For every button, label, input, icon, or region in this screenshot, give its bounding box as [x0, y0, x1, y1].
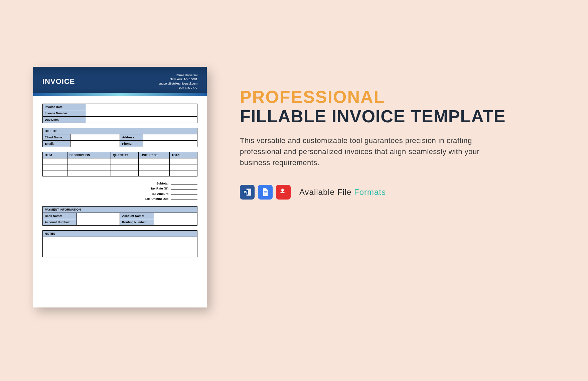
format-icons: W — [240, 185, 291, 200]
company-city: New York, NY 10001 — [159, 77, 197, 82]
field-tax-rate[interactable] — [171, 189, 197, 189]
table-row[interactable] — [43, 158, 197, 164]
formats-label-b: Formats — [354, 187, 386, 197]
payment-table: PAYMENT INFORMATION Bank Name: Account N… — [42, 206, 197, 226]
label-invoice-date: Invoice Date: — [43, 104, 86, 110]
formats-label-a: Available File — [299, 187, 354, 197]
invoice-document: INVOICE Strike Universal New York, NY 10… — [33, 67, 207, 307]
notes-table: NOTES — [42, 230, 197, 237]
field-phone[interactable] — [143, 141, 197, 147]
promo-description: This versatile and customizable tool gua… — [240, 135, 487, 168]
col-item: ITEM — [43, 152, 67, 158]
label-due-date: Due Date: — [43, 117, 86, 123]
doc-header: INVOICE Strike Universal New York, NY 10… — [33, 67, 207, 96]
col-quantity: QUANTITY — [111, 152, 138, 158]
svg-rect-5 — [264, 194, 266, 195]
label-tax-rate: Tax Rate (%): — [151, 187, 169, 190]
label-invoice-number: Invoice Number: — [43, 110, 86, 117]
field-bank-name[interactable] — [77, 213, 120, 219]
svg-rect-4 — [264, 193, 267, 193]
field-email[interactable] — [70, 141, 120, 147]
field-tax-amount[interactable] — [171, 195, 197, 195]
table-row[interactable] — [43, 164, 197, 170]
field-address[interactable] — [143, 134, 197, 141]
title-accent: PROFESSIONAL — [240, 87, 568, 107]
page-container: INVOICE Strike Universal New York, NY 10… — [0, 0, 588, 381]
company-email: support@strikeuniversal.com — [159, 82, 197, 86]
right-panel: PROFESSIONAL FILLABLE INVOICE TEMPLATE T… — [240, 0, 588, 381]
label-address: Address: — [120, 134, 143, 141]
label-phone: Phone: — [120, 141, 143, 147]
col-unit-price: UNIT PRICE — [139, 152, 170, 158]
word-icon: W — [240, 185, 255, 200]
label-tax-amount-due: Tax Amount Due: — [145, 197, 170, 201]
svg-text:W: W — [244, 190, 247, 194]
label-account-name: Account Name: — [120, 213, 154, 219]
doc-body: Invoice Date: Invoice Number: Due Date: … — [33, 96, 207, 263]
field-client-name[interactable] — [70, 134, 120, 141]
label-email: Email: — [43, 141, 70, 147]
pdf-icon — [276, 185, 291, 200]
label-tax-amount: Tax Amount: — [151, 192, 169, 196]
meta-table: Invoice Date: Invoice Number: Due Date: — [42, 104, 197, 123]
field-invoice-date[interactable] — [86, 104, 197, 110]
label-routing-number: Routing Number: — [120, 219, 154, 226]
field-account-number[interactable] — [77, 219, 120, 226]
label-subtotal: Subtotal: — [156, 182, 169, 185]
google-docs-icon — [258, 185, 273, 200]
company-block: Strike Universal New York, NY 10001 supp… — [159, 73, 197, 90]
left-panel: INVOICE Strike Universal New York, NY 10… — [0, 0, 240, 381]
field-invoice-number[interactable] — [86, 110, 197, 117]
label-bank-name: Bank Name: — [43, 213, 77, 219]
billto-table: BILL TO: Client Name: Address: Email: Ph… — [42, 128, 197, 147]
items-table: ITEM DESCRIPTION QUANTITY UNIT PRICE TOT… — [42, 152, 197, 176]
company-phone: 222 555 7777 — [159, 86, 197, 90]
formats-row: W Available File Formats — [240, 185, 568, 200]
notes-field[interactable] — [42, 237, 197, 257]
label-client-name: Client Name: — [43, 134, 70, 141]
invoice-title: INVOICE — [42, 77, 75, 86]
field-subtotal[interactable] — [171, 184, 197, 184]
notes-heading: NOTES — [43, 231, 197, 237]
table-row[interactable] — [43, 170, 197, 176]
formats-label: Available File Formats — [299, 187, 386, 197]
field-tax-amount-due[interactable] — [171, 200, 197, 200]
title-main: FILLABLE INVOICE TEMPLATE — [240, 107, 568, 126]
label-account-number: Account Number: — [43, 219, 77, 226]
totals-block: Subtotal: Tax Rate (%): Tax Amount: Tax … — [42, 181, 197, 202]
field-account-name[interactable] — [154, 213, 197, 219]
field-routing-number[interactable] — [154, 219, 197, 226]
svg-rect-3 — [264, 192, 267, 192]
company-name: Strike Universal — [159, 73, 197, 78]
billto-heading: BILL TO: — [43, 128, 197, 134]
col-description: DESCRIPTION — [67, 152, 111, 158]
field-due-date[interactable] — [86, 117, 197, 123]
col-total: TOTAL — [169, 152, 197, 158]
payment-heading: PAYMENT INFORMATION — [43, 207, 197, 213]
